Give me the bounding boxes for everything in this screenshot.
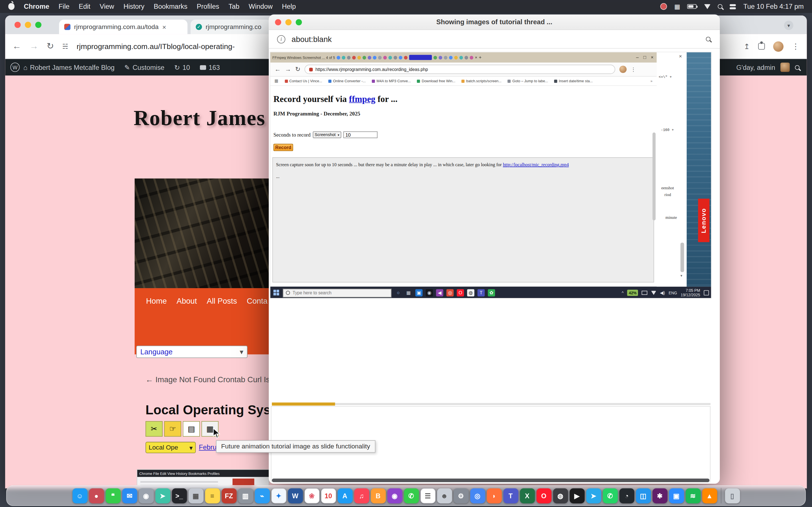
back-icon[interactable]: ← xyxy=(12,41,21,52)
dock-icon-system-settings[interactable]: ⚙ xyxy=(453,488,468,503)
language-select[interactable]: Language ▾ xyxy=(136,346,248,358)
menubar-clock[interactable]: Tue 10 Feb 4:17 pm xyxy=(743,3,804,10)
previous-post-link[interactable]: ← Image Not Found Crontab Curl Issue xyxy=(146,375,282,384)
dock-icon-siri[interactable]: ● xyxy=(89,488,104,503)
dock-icon-maps[interactable]: ➤ xyxy=(155,488,170,503)
dock-icon-safari[interactable]: ✦ xyxy=(271,488,286,503)
books-tool-button[interactable]: ▤ xyxy=(183,421,200,437)
dock-icon-calendar[interactable]: 10 xyxy=(321,488,336,503)
nav-about[interactable]: About xyxy=(176,296,197,305)
nav-contact[interactable]: Conta xyxy=(247,296,267,305)
browser-menu-icon[interactable]: ⋮ xyxy=(792,42,800,51)
site-settings-icon[interactable]: ☵ xyxy=(62,43,68,50)
dock-icon-podcasts[interactable]: ◉ xyxy=(387,488,402,503)
popup-minimize-button[interactable] xyxy=(285,19,292,25)
dock-icon-appstore[interactable]: A xyxy=(338,488,352,503)
dock-icon-contacts[interactable]: ☻ xyxy=(437,488,452,503)
adminbar-search-icon[interactable] xyxy=(795,65,800,70)
dock-icon-obs[interactable]: ◍ xyxy=(553,488,568,503)
dock-icon-slack[interactable]: ✱ xyxy=(652,488,667,503)
close-tab-icon[interactable]: × xyxy=(162,23,166,31)
menu-history[interactable]: History xyxy=(123,3,144,10)
dock-icon-chrome[interactable]: ◎ xyxy=(470,488,485,503)
menu-help[interactable]: Help xyxy=(282,3,296,10)
popup-close-button[interactable] xyxy=(275,19,281,25)
adminbar-greeting[interactable]: G'day, admin xyxy=(736,63,775,71)
menu-chrome[interactable]: Chrome xyxy=(24,3,49,10)
dock-icon-photos[interactable]: ❀ xyxy=(304,488,319,503)
control-center-icon[interactable] xyxy=(730,4,736,6)
dock-icon-music[interactable]: ♫ xyxy=(354,488,369,503)
dock-icon-notes[interactable]: ≡ xyxy=(205,488,220,503)
dock-icon-firefox[interactable]: ◗ xyxy=(487,488,502,503)
popup-zoom-button[interactable] xyxy=(296,19,302,25)
browser-tab-1[interactable]: rjmprogramming.com.au/toda × xyxy=(59,20,188,34)
dock-icon-zoom[interactable]: ▣ xyxy=(669,488,684,503)
dock-icon-filezilla[interactable]: FZ xyxy=(221,488,236,503)
dock-icon-vscode[interactable]: ⌁ xyxy=(255,488,269,503)
popup-titlebar[interactable]: Showing images of tutorial thread ... xyxy=(269,14,720,30)
nav-home[interactable]: Home xyxy=(146,296,167,305)
dock-icon-teams[interactable]: T xyxy=(503,488,518,503)
info-icon[interactable]: i xyxy=(277,35,285,43)
share-icon[interactable]: ↥ xyxy=(744,42,750,50)
dock-icon-opera[interactable]: O xyxy=(536,488,551,503)
month-link[interactable]: Febru xyxy=(199,443,216,451)
profile-avatar[interactable] xyxy=(773,41,783,52)
dock-icon-trash[interactable]: ▯ xyxy=(725,488,740,503)
dock-icon-github[interactable]: ◔ xyxy=(619,488,634,503)
browser-tab-2[interactable]: ✓ rjmprogramming.co xyxy=(191,20,271,34)
dock-icon-spotify[interactable]: ≋ xyxy=(686,488,700,503)
adminbar-comments[interactable]: 163 xyxy=(200,63,220,71)
dock-icon-word[interactable]: W xyxy=(288,488,303,503)
blog-site-title[interactable]: Robert James M xyxy=(134,106,292,130)
tab-search-chevron-icon[interactable]: ▾ xyxy=(784,20,794,30)
dock-icon-vlc[interactable]: ▲ xyxy=(702,488,717,503)
dock-icon-reminders[interactable]: ☰ xyxy=(420,488,435,503)
spotlight-search-icon[interactable] xyxy=(718,4,723,9)
menu-window[interactable]: Window xyxy=(249,3,273,10)
dock-icon-tv[interactable]: ▶ xyxy=(569,488,584,503)
address-bar-url[interactable]: rjmprogramming.com.au/ITblog/local-opera… xyxy=(77,42,235,50)
zoom-window-button[interactable] xyxy=(35,22,42,28)
keyboard-icon[interactable]: ▦ xyxy=(674,3,680,10)
battery-icon[interactable] xyxy=(688,4,697,9)
dock-icon-terminal[interactable]: >_ xyxy=(172,488,187,503)
dock-icon-docker[interactable]: ◫ xyxy=(636,488,651,503)
nav-all-posts[interactable]: All Posts xyxy=(207,296,237,305)
dock-icon-messages[interactable]: ❝ xyxy=(105,488,120,503)
adminbar-site-name[interactable]: ⌂ Robert James Metcalfe Blog xyxy=(23,63,115,71)
menu-view[interactable]: View xyxy=(100,3,114,10)
dock-icon-books[interactable]: B xyxy=(370,488,386,503)
dock-icon-archive-utility[interactable]: ▥ xyxy=(238,488,253,503)
menu-profiles[interactable]: Profiles xyxy=(197,3,219,10)
menu-edit[interactable]: Edit xyxy=(79,3,90,10)
popup-horizontal-scrollbar[interactable] xyxy=(272,478,709,482)
admin-avatar[interactable] xyxy=(780,62,790,72)
forward-icon[interactable]: → xyxy=(30,41,38,52)
dock-icon-launchpad[interactable]: ▦ xyxy=(188,488,203,503)
animation-tool-button[interactable]: ✂ xyxy=(146,421,163,437)
adminbar-updates[interactable]: ↻ 10 xyxy=(174,63,190,71)
menu-tab[interactable]: Tab xyxy=(229,3,240,10)
reload-icon[interactable]: ↻ xyxy=(47,41,54,52)
extensions-icon[interactable] xyxy=(758,43,765,50)
pointer-tool-button[interactable]: ☞ xyxy=(164,421,181,437)
wordpress-logo-icon[interactable]: W xyxy=(10,62,20,72)
minimize-window-button[interactable] xyxy=(25,22,31,28)
popup-address-text[interactable]: about:blank xyxy=(292,35,332,43)
dock-icon-finder[interactable]: ☺ xyxy=(72,488,87,503)
dock-icon-mail[interactable]: ✉ xyxy=(122,488,137,503)
popup-search-icon[interactable] xyxy=(706,37,711,41)
dock-icon-whatsapp[interactable]: ✆ xyxy=(603,488,617,503)
close-window-button[interactable] xyxy=(14,22,20,28)
period-select[interactable]: Local Ope ▾ xyxy=(146,442,196,453)
dock-icon-telegram[interactable]: ➤ xyxy=(586,488,601,503)
menu-bookmarks[interactable]: Bookmarks xyxy=(154,3,187,10)
menu-file[interactable]: File xyxy=(59,3,69,10)
adminbar-customise[interactable]: ✎ Customise xyxy=(124,63,164,71)
wifi-icon[interactable] xyxy=(704,4,711,9)
dock-icon-facetime[interactable]: ✆ xyxy=(404,488,419,503)
post-title[interactable]: Local Operating Syste xyxy=(146,402,282,417)
apple-menu-icon[interactable] xyxy=(8,3,14,10)
